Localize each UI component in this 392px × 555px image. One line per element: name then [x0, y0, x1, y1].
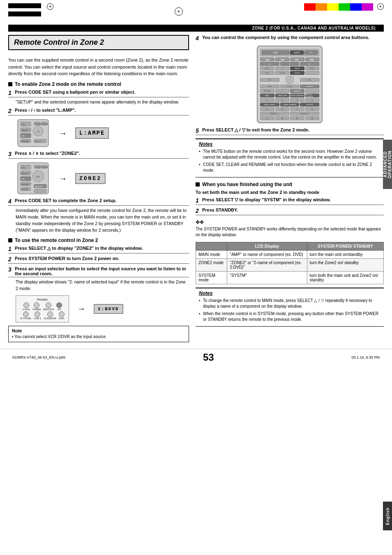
section2-note-text: • You cannot select VCR 2/DVR as the inp… — [12, 334, 185, 340]
section3-bullet — [196, 182, 200, 187]
color-bar-red — [304, 3, 316, 11]
table-header-row: LCD Display SYSTEM POWER/ STANDBY — [196, 242, 384, 251]
table-cell-main-power: turn the main unit on/standby — [307, 251, 383, 259]
input-btn-dvd — [59, 311, 65, 317]
remote-down-btn: ▽ — [275, 89, 290, 93]
s2-step2-num: 2 — [8, 256, 13, 263]
table-row-system: SYSTEM mode "SYSTM" turn both the main u… — [196, 272, 384, 284]
remote-detail-image: DISP AUDIO V |◀◀ ◀◀ ▶▶ ▶▶| ■ ⏸ ▶ LEVEL — [257, 46, 323, 123]
right-note-item1: The MUTE button on the remote control wo… — [199, 149, 380, 160]
remote-source-row: HALL JAZZ CLUB ROCK CONCERT ACTION THEAT… — [260, 94, 319, 97]
right-step5: 5 Press SELECT △ / ▽ to exit from the Zo… — [196, 127, 384, 135]
input-item-vaux: V-AUX — [23, 302, 30, 311]
reg-bar-bottom — [8, 12, 41, 16]
svg-text:CH-: CH- — [21, 135, 25, 137]
color-bar-purple — [362, 3, 373, 11]
input-label-cd: CD — [56, 308, 62, 311]
remote-num6: 6 — [275, 107, 290, 111]
svg-text:PRESET: PRESET — [21, 183, 30, 186]
step3-title: Press ∧ / ∨ to select "ZONE2". — [15, 151, 80, 156]
right-notes-title: Notes — [199, 141, 380, 147]
remote-level-row: LEVEL △ MENU MUTE — [260, 67, 319, 70]
remote-ch-btn: CH+ — [260, 78, 279, 82]
footer-right-text: 03.1.10, 6:35 PM — [351, 355, 380, 359]
remote-num8: 8 — [305, 107, 320, 111]
left-column: Remote Control in Zone 2 You can use the… — [8, 32, 189, 345]
remote-ch-select-row: CH+ ○ CH+ — [260, 76, 319, 84]
remote-rew-btn: ◀◀ — [275, 58, 290, 61]
page-title-box: Remote Control in Zone 2 — [8, 35, 189, 50]
step2-display: L:AMPE — [75, 127, 109, 139]
table-header-lcd: LCD Display — [227, 242, 307, 251]
svg-text:CH-: CH- — [21, 178, 25, 180]
table-cell-system-lcd: "SYSTM" — [227, 272, 307, 284]
s2-step3-desc: The display window shows "2: name of sel… — [16, 279, 189, 292]
input-item-md: MD/CD-R — [43, 302, 54, 311]
remote-mute-btn: MUTE — [305, 67, 320, 70]
table-cell-zone2-power: turn the Zone2 on/ standby — [307, 259, 383, 272]
input-btn-vaux — [23, 302, 29, 308]
table-header-mode — [196, 242, 227, 251]
remote-num10: 10 — [275, 116, 290, 120]
color-bar-yellow — [327, 3, 339, 11]
svg-text:SELECT: SELECT — [21, 172, 29, 175]
reg-bar-top — [8, 3, 41, 8]
s2-step3-title: Press an input selector button to select… — [15, 266, 189, 276]
step4-divider — [8, 205, 189, 206]
color-bar-green — [339, 3, 350, 11]
input-btn-md — [46, 302, 51, 308]
svg-text:TV/VOL: TV/VOL — [21, 188, 29, 191]
remote-num7: 7 — [290, 107, 304, 111]
intro-paragraph: You can use the supplied remote control … — [8, 57, 189, 77]
zone-header-bar: ZONE 2 (FOR U.S.A., CANADA AND AUSTRALIA… — [8, 25, 384, 32]
remote-rock-btn: ROCK CONCERT — [290, 94, 304, 97]
remote-play-btn: ▶ — [300, 62, 319, 66]
section3-subheading: To set both the main unit and the Zone 2… — [196, 190, 384, 195]
step4-num: 4 — [8, 198, 13, 205]
s2-step3-divider — [8, 277, 189, 277]
right-step5-title: Press SELECT △ / ▽ to exit from the Zone… — [202, 127, 309, 133]
remote-return-btn: RETURN — [260, 89, 274, 93]
table-row-main: MAIN mode "AMP" or name of component (ex… — [196, 251, 384, 259]
remote-mid-row: ■ ⏸ ▶ — [260, 62, 319, 66]
input-label-dtv: D-TV/CBL — [20, 317, 31, 320]
svg-rect-36 — [34, 189, 46, 193]
remote-num-row1: 1 2 3 4 — [260, 98, 319, 102]
input-item-dvd: DVD — [59, 311, 65, 320]
remote-hall-btn: HALL — [260, 94, 274, 97]
remote-tvol-btn: TV VOL — [275, 71, 290, 75]
section3-notes-title: Notes — [199, 290, 380, 296]
section2-heading-container: To use the remote control in Zone 2 — [8, 237, 189, 243]
step4-right-heading-container: 4 You can control the component by using… — [196, 35, 384, 41]
s2-step1-header: 1 Press SELECT △ to display "ZONE2" in t… — [8, 246, 189, 252]
step2-illustration: CH+ SELECT CH- PRESET TV/VOL TV/VOL ∧/∨ … — [16, 119, 189, 147]
svg-text:CH+: CH+ — [21, 166, 25, 169]
remote-theater2-btn: HOME THEATER — [280, 103, 300, 106]
section2-step3: 3 Press an input selector button to sele… — [8, 266, 189, 292]
section2-bullet — [8, 238, 12, 242]
section3-heading: When you have finished using the unit — [202, 182, 292, 187]
remote-empty-btn — [305, 71, 320, 75]
table-row-zone2: ZONE2 mode "ZONE2" or "2-name of compone… — [196, 259, 384, 272]
input-btn-vcr2 — [47, 311, 53, 317]
svg-text:TV/VOL: TV/VOL — [35, 166, 42, 168]
svg-text:TV/VOL: TV/VOL — [35, 123, 42, 125]
remote-svg-step2: CH+ SELECT CH- PRESET TV/VOL TV/VOL ∧/∨ … — [16, 119, 51, 147]
step3-divider — [8, 158, 189, 159]
section3-heading-container: When you have finished using the unit — [196, 182, 384, 187]
section3-step2: 2 Press STANDBY. — [196, 207, 384, 215]
step2-title: Press ‹ / › to select "L:AMP". — [15, 108, 76, 113]
remote-num5: 5 — [260, 107, 274, 111]
advanced-operation-sidebar: ADVANCED OPERATION — [383, 140, 392, 189]
right-column: 4 You can control the component by using… — [196, 32, 384, 345]
table-cell-zone2-lcd: "ZONE2" or "2-name of component (ex. 2:D… — [227, 259, 307, 272]
step4-desc: Immediately after you have configured th… — [16, 207, 189, 233]
s2-step1-num: 1 — [8, 246, 13, 252]
input-label-vaux: V-AUX — [23, 308, 30, 311]
english-text: English — [385, 507, 390, 525]
right-step5-num: 5 — [196, 127, 201, 134]
standby-table: LCD Display SYSTEM POWER/ STANDBY MAIN m… — [196, 242, 384, 284]
right-note-item2: CODE SET, CLEAR and RENAME will not func… — [199, 162, 380, 173]
input-item-tuner: TUNER — [32, 302, 41, 311]
s3-step2-header: 2 Press STANDBY. — [196, 207, 384, 214]
